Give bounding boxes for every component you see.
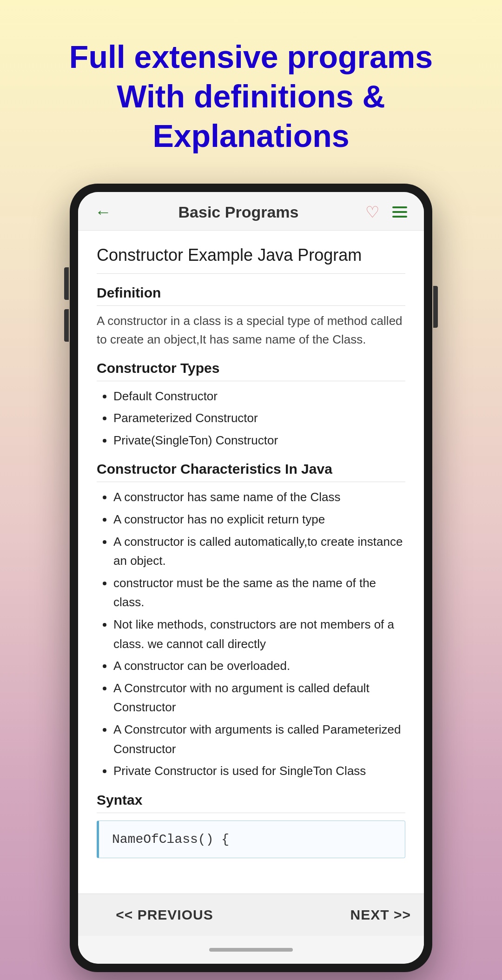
hero-heading: Full extensive programs With definitions… — [23, 37, 479, 156]
bottom-navigation: << PREVIOUS NEXT >> — [78, 894, 424, 936]
program-title: Constructor Example Java Program — [97, 245, 405, 274]
constructor-types-header: Constructor Types — [97, 360, 405, 381]
constructor-types-list: Default Constructor Parameterized Constr… — [97, 387, 405, 450]
list-item: Default Constructor — [113, 387, 405, 406]
back-button[interactable]: ← — [95, 202, 112, 222]
characteristics-header: Constructor Characteristics In Java — [97, 461, 405, 482]
list-item: Parameterized Constructor — [113, 409, 405, 428]
home-indicator — [78, 936, 424, 964]
previous-button[interactable]: << PREVIOUS — [78, 894, 251, 936]
list-item: constructor must be the same as the name… — [113, 574, 405, 612]
heading-line2: With definitions & — [117, 79, 385, 114]
syntax-header: Syntax — [97, 792, 405, 813]
list-item: Not like methods, constructors are not m… — [113, 615, 405, 654]
menu-line-1 — [392, 206, 407, 208]
menu-button[interactable] — [392, 206, 407, 218]
definition-header: Definition — [97, 285, 405, 306]
menu-line-3 — [392, 216, 407, 218]
menu-line-2 — [392, 211, 407, 213]
content-area: Constructor Example Java Program Definit… — [78, 231, 424, 894]
heading-line1: Full extensive programs — [69, 39, 433, 74]
volume-down-button[interactable] — [64, 309, 69, 342]
syntax-code-block: NameOfClass() { — [97, 821, 405, 858]
home-bar — [209, 948, 293, 952]
list-item: Private Constructor is used for SingleTo… — [113, 761, 405, 781]
favorite-icon[interactable]: ♡ — [365, 203, 379, 221]
list-item: A constructor has no explicit return typ… — [113, 510, 405, 530]
top-navigation-bar: ← Basic Programs ♡ — [78, 192, 424, 231]
characteristics-list: A constructor has same name of the Class… — [97, 488, 405, 781]
list-item: A Constrcutor with arguments is called P… — [113, 720, 405, 759]
power-button[interactable] — [433, 286, 438, 328]
heading-line3: Explanations — [152, 118, 349, 153]
list-item: A constructor has same name of the Class — [113, 488, 405, 507]
list-item: A constructor can be overloaded. — [113, 656, 405, 676]
list-item: A constructor is called automatically,to… — [113, 532, 405, 571]
list-item: A Constrcutor with no argument is called… — [113, 679, 405, 717]
next-button[interactable]: NEXT >> — [251, 894, 424, 936]
list-item: Private(SingleTon) Constructor — [113, 431, 405, 450]
top-action-icons: ♡ — [365, 203, 407, 221]
definition-text: A constructor in a class is a special ty… — [97, 311, 405, 349]
volume-up-button[interactable] — [64, 267, 69, 300]
phone-mockup: ← Basic Programs ♡ Constructor Example J… — [70, 184, 432, 972]
phone-screen: ← Basic Programs ♡ Constructor Example J… — [78, 192, 424, 964]
screen-title: Basic Programs — [178, 203, 299, 221]
